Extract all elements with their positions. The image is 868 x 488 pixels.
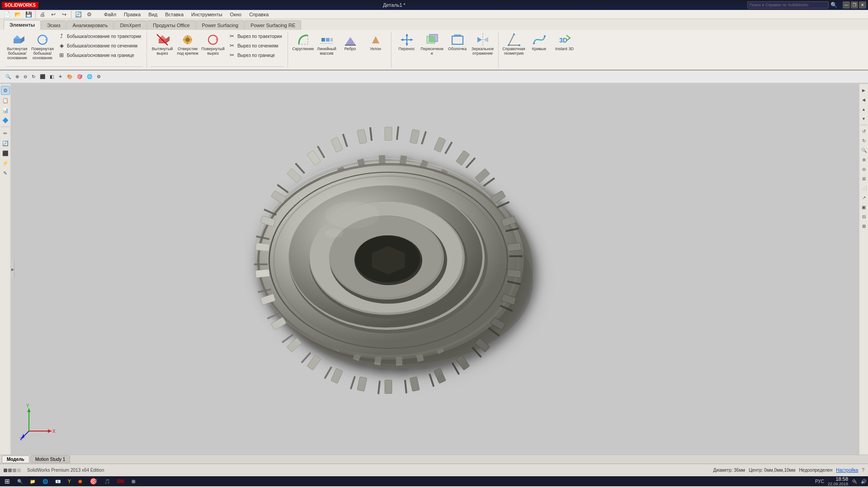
status-help[interactable]: ? xyxy=(862,468,864,473)
btn-extrude-boss[interactable]: Вытянутая бобышка/основание xyxy=(5,32,29,61)
btn-loft-cut[interactable]: ✂ Вырез по сечениям xyxy=(226,41,283,50)
taskbar-ie[interactable]: 🌐 xyxy=(40,478,51,485)
taskbar-start[interactable]: ⊞ xyxy=(2,477,13,486)
quick-undo-btn[interactable]: ↩ xyxy=(48,9,58,19)
right-btn-6[interactable]: ↻ xyxy=(859,136,868,145)
btn-draft[interactable]: Уклон xyxy=(364,32,387,52)
view-zoom-out[interactable]: ⊖ xyxy=(22,73,29,80)
tab-elements[interactable]: Элементы xyxy=(4,20,41,30)
menu-tools[interactable]: Инструменты xyxy=(188,11,226,18)
tab-dimxpert[interactable]: DimXpert xyxy=(114,20,146,30)
right-btn-12[interactable]: ↗ xyxy=(859,193,868,202)
btn-loft-boss[interactable]: ◈ Бобышка/основание по сечениям xyxy=(56,41,143,50)
quick-redo-btn[interactable]: ↪ xyxy=(59,9,69,19)
taskbar-yandex2[interactable]: ⬟ xyxy=(75,478,85,485)
tab-motion-study[interactable]: Motion Study 1 xyxy=(30,455,71,463)
view-scene[interactable]: 🌐 xyxy=(85,73,94,80)
side-btn-feature-tree[interactable]: ⚙ xyxy=(1,86,10,95)
tab-power-surfacing[interactable]: Power Surfacing xyxy=(196,20,245,30)
view-appearance[interactable]: 🎨 xyxy=(65,73,74,80)
right-btn-8[interactable]: ⊕ xyxy=(859,155,868,164)
btn-instant3d[interactable]: 3D Instant 3D xyxy=(553,32,576,52)
side-btn-tool3[interactable]: ⬛ xyxy=(1,149,10,158)
btn-shell[interactable]: Оболочка xyxy=(446,32,469,52)
minimize-button[interactable]: — xyxy=(843,1,850,9)
right-btn-13[interactable]: ▣ xyxy=(859,202,868,211)
side-btn-display[interactable]: 🔷 xyxy=(1,116,10,125)
btn-boundary-cut[interactable]: ✂ Вырез по границе xyxy=(226,51,283,60)
btn-intersect[interactable]: Пересечение xyxy=(420,32,444,57)
right-btn-9[interactable]: ⊖ xyxy=(859,164,868,174)
btn-mirror[interactable]: Зеркальное отражение xyxy=(471,32,495,57)
btn-linear-pattern[interactable]: Линейный массив xyxy=(317,32,337,57)
taskbar-explorer[interactable]: 📁 xyxy=(27,478,38,485)
taskbar-other[interactable]: ⊞ xyxy=(129,478,138,485)
taskbar-solidworks[interactable]: SW xyxy=(114,478,127,485)
quick-open-btn[interactable]: 📂 xyxy=(13,9,23,19)
close-button[interactable]: ✕ xyxy=(859,1,866,9)
restore-button[interactable]: ❐ xyxy=(851,1,858,9)
side-btn-tool1[interactable]: ✏ xyxy=(1,129,10,138)
view-lights[interactable]: ☀ xyxy=(57,73,64,80)
canvas-area[interactable]: ▶ xyxy=(11,84,859,455)
tab-model[interactable]: Модель xyxy=(2,455,29,463)
view-zoom-in[interactable]: ⊕ xyxy=(14,73,21,80)
side-btn-tool2[interactable]: 🔄 xyxy=(1,139,10,148)
side-btn-config[interactable]: 📊 xyxy=(1,106,10,115)
panel-collapse-handle[interactable]: ▶ xyxy=(11,260,14,278)
btn-curves[interactable]: Кривые xyxy=(528,32,551,52)
taskbar-search[interactable]: 🔍 xyxy=(14,478,25,485)
view-settings[interactable]: ⚙ xyxy=(95,73,103,80)
taskbar-music[interactable]: 🎵 xyxy=(102,478,113,485)
btn-revolve-boss[interactable]: Повернутая бобышка/основание xyxy=(31,32,54,61)
menu-window[interactable]: Окно xyxy=(226,11,245,18)
quick-save-btn[interactable]: 💾 xyxy=(24,9,33,19)
menu-view[interactable]: Вид xyxy=(145,11,161,18)
quick-new-btn[interactable]: 📄 xyxy=(2,9,12,19)
tab-sketch[interactable]: Эскиз xyxy=(41,20,66,30)
right-btn-14[interactable]: ⊟ xyxy=(859,212,868,221)
view-zoom-to-fit[interactable]: 🔍 xyxy=(4,73,13,80)
right-btn-10[interactable]: ⊞ xyxy=(859,174,868,183)
taskbar-mail[interactable]: 📧 xyxy=(52,478,63,485)
right-btn-2[interactable]: ◀ xyxy=(859,95,868,104)
help-search-input[interactable] xyxy=(747,1,829,9)
view-rotate[interactable]: ↻ xyxy=(30,73,37,80)
right-btn-15[interactable]: ⊠ xyxy=(859,221,868,230)
btn-extrude-cut[interactable]: Вытянутый вырез xyxy=(151,32,174,57)
menu-help[interactable]: Справка xyxy=(245,11,272,18)
tab-analyze[interactable]: Анализировать xyxy=(66,20,113,30)
side-btn-property[interactable]: 📋 xyxy=(1,96,10,105)
view-display-mode[interactable]: ⬛ xyxy=(38,73,47,80)
quick-options-btn[interactable]: ⚙ xyxy=(84,9,94,19)
right-btn-1[interactable]: ▶ xyxy=(859,86,868,95)
right-btn-7[interactable]: 🔍 xyxy=(859,145,868,155)
view-orientation[interactable]: 🎯 xyxy=(75,73,84,80)
search-icon[interactable]: 🔍 xyxy=(830,2,837,8)
btn-revolve-cut[interactable]: Повернутый вырез xyxy=(201,32,225,57)
right-btn-11[interactable]: ⬜ xyxy=(859,183,868,192)
right-btn-3[interactable]: ▲ xyxy=(859,105,868,114)
btn-rib[interactable]: Ребро xyxy=(339,32,362,52)
btn-reference-geometry[interactable]: Справочная геометрия xyxy=(502,32,526,57)
btn-sweep-cut[interactable]: ✂ Вырез по траектории xyxy=(226,32,283,41)
side-btn-tool5[interactable]: ✎ xyxy=(1,169,10,178)
btn-boundary-boss[interactable]: ⊞ Бобышка/основание на границе xyxy=(56,51,143,60)
btn-sweep-boss[interactable]: ⤴ Бобышка/основание по траектории xyxy=(56,32,143,41)
quick-print-btn[interactable]: 🖨 xyxy=(38,9,47,19)
btn-fillet[interactable]: Скругление xyxy=(292,32,315,52)
side-btn-tool4[interactable]: ⚡ xyxy=(1,159,10,168)
right-btn-4[interactable]: ▼ xyxy=(859,114,868,123)
tab-power-surfacing-re[interactable]: Power Surfacing RE xyxy=(245,20,301,30)
tab-office[interactable]: Продукты Office xyxy=(147,20,195,30)
menu-insert[interactable]: Вставка xyxy=(161,11,187,18)
btn-hole-wizard[interactable]: Отверстие под крепеж xyxy=(176,32,199,57)
quick-rebuild-btn[interactable]: 🔄 xyxy=(73,9,83,19)
status-settings[interactable]: Настройка xyxy=(836,468,858,473)
right-btn-5[interactable]: ↺ xyxy=(859,127,868,136)
menu-edit[interactable]: Правка xyxy=(120,11,144,18)
menu-file[interactable]: Файл xyxy=(100,11,120,18)
view-section[interactable]: ◧ xyxy=(48,73,56,80)
btn-move[interactable]: Перенос xyxy=(395,32,419,52)
taskbar-yandex[interactable]: Y xyxy=(65,478,74,485)
